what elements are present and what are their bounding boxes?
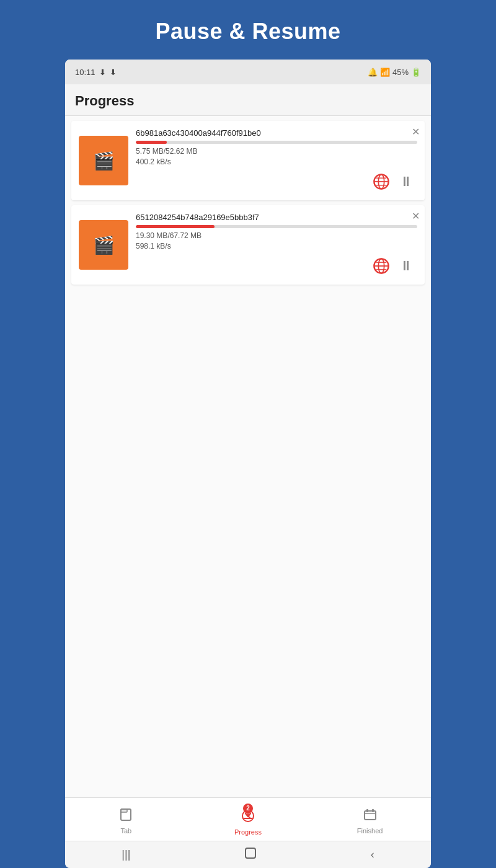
download-icon-1: ⬇	[99, 68, 106, 77]
item-thumbnail-1: 🎬	[79, 136, 128, 185]
download-list: 🎬 6b981a63c430400a944f760f91be0 5.75 MB/…	[65, 116, 431, 797]
item-speed-2: 598.1 kB/s	[136, 242, 417, 250]
progress-bar-bg-2	[136, 225, 417, 228]
nav-label-finished: Finished	[357, 827, 383, 835]
outer-wrapper: Pause & Resume 10:11 ⬇ ⬇ 🔔 📶 45% 🔋 Progr…	[0, 0, 496, 868]
progress-bar-fill-1	[136, 141, 167, 144]
pause-button-2[interactable]: ⏸	[395, 255, 417, 277]
download-icon-2: ⬇	[110, 68, 117, 77]
progress-badge: 2	[243, 804, 253, 813]
globe-button-1[interactable]	[370, 170, 392, 193]
wifi-icon: 📶	[380, 68, 390, 77]
battery-text: 45%	[392, 68, 409, 77]
pause-button-1[interactable]: ⏸	[395, 170, 417, 193]
nav-label-progress: Progress	[234, 828, 262, 836]
item-size-1: 5.75 MB/52.62 MB	[136, 147, 417, 156]
status-bar: 10:11 ⬇ ⬇ 🔔 📶 45% 🔋	[65, 60, 431, 84]
tab-icon	[118, 807, 133, 826]
globe-button-2[interactable]	[370, 255, 392, 277]
film-icon-2: 🎬	[93, 235, 115, 255]
close-button-2[interactable]: ✕	[412, 210, 420, 222]
status-time: 10:11	[75, 68, 95, 77]
item-actions-2: ⏸	[370, 255, 417, 277]
status-right: 🔔 📶 45% 🔋	[368, 68, 421, 77]
svg-rect-16	[365, 811, 376, 820]
item-info-2: 6512084254b748a29169e5bbb3f7 19.30 MB/67…	[136, 213, 417, 277]
film-icon-1: 🎬	[93, 151, 115, 171]
nav-label-tab: Tab	[120, 827, 131, 835]
item-info-1: 6b981a63c430400a944f760f91be0 5.75 MB/52…	[136, 128, 417, 193]
progress-bar-bg-1	[136, 141, 417, 144]
download-item-1: 🎬 6b981a63c430400a944f760f91be0 5.75 MB/…	[71, 121, 425, 200]
item-size-2: 19.30 MB/67.72 MB	[136, 231, 417, 240]
app-bar: Progress	[65, 84, 431, 116]
item-thumbnail-2: 🎬	[79, 220, 128, 270]
nav-item-finished[interactable]: Finished	[352, 807, 389, 835]
svg-rect-11	[121, 809, 127, 812]
item-actions-1: ⏸	[370, 170, 417, 193]
app-bar-title: Progress	[75, 93, 134, 108]
android-back-btn[interactable]: ‹	[371, 848, 374, 861]
status-left: 10:11 ⬇ ⬇	[75, 68, 117, 77]
finished-icon	[363, 807, 378, 826]
android-nav: ||| ‹	[65, 841, 431, 868]
page-title: Pause & Resume	[155, 19, 340, 45]
progress-bar-fill-2	[136, 225, 215, 228]
svg-rect-19	[246, 848, 255, 858]
item-filename-2: 6512084254b748a29169e5bbb3f7	[136, 213, 417, 222]
android-menu-btn[interactable]: |||	[122, 848, 130, 861]
nav-item-tab[interactable]: Tab	[107, 807, 144, 835]
phone-frame: 10:11 ⬇ ⬇ 🔔 📶 45% 🔋 Progress 🎬	[65, 60, 431, 868]
item-filename-1: 6b981a63c430400a944f760f91be0	[136, 128, 417, 138]
bottom-nav: Tab	[65, 797, 431, 841]
alarm-icon: 🔔	[368, 68, 378, 77]
svg-rect-17	[366, 809, 368, 812]
nav-item-progress[interactable]: 2 Progress	[229, 806, 267, 836]
battery-icon: 🔋	[411, 68, 421, 77]
android-home-btn[interactable]	[244, 846, 257, 863]
item-speed-1: 400.2 kB/s	[136, 157, 417, 166]
download-item-2: 🎬 6512084254b748a29169e5bbb3f7 19.30 MB/…	[71, 205, 425, 285]
svg-rect-18	[372, 809, 374, 812]
close-button-1[interactable]: ✕	[412, 126, 420, 138]
